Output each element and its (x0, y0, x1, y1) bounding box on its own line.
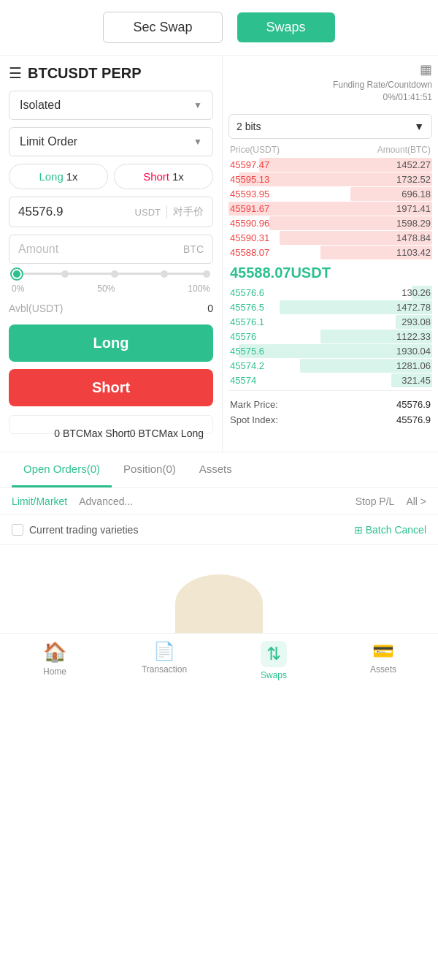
bid-row[interactable]: 45576.5 1472.78 (228, 300, 432, 314)
max-short-value: 0 BTC (54, 425, 83, 443)
ask-row[interactable]: 45591.67 1971.41 (228, 202, 432, 216)
tab-open-orders[interactable]: Open Orders(0) (12, 452, 112, 487)
nav-home[interactable]: 🏠 Home (0, 641, 110, 680)
batch-cancel-icon: ⊞ (354, 524, 363, 536)
filter-limit-market[interactable]: Limit/Market (12, 495, 67, 507)
checkbox-row: Current trading varieties ⊞ Batch Cancel (0, 515, 438, 545)
order-type-dropdown[interactable]: Limit Order ▼ (9, 127, 213, 156)
margin-mode-arrow-icon: ▼ (193, 100, 202, 110)
bid-amount: 1281.06 (396, 360, 431, 371)
filter-stop-pl[interactable]: Stop P/L (356, 495, 395, 507)
margin-mode-dropdown[interactable]: Isolated ▼ (9, 91, 213, 120)
asks-list: 45597.47 1452.27 45595.13 1732.52 45593.… (228, 158, 432, 259)
bids-list: 45576.6 130.26 45576.5 1472.78 45576.1 2… (228, 286, 432, 387)
funding-rate-info: Funding Rate/Countdown 0%/01:41:51 (333, 79, 432, 104)
ask-price: 45597.47 (230, 159, 269, 170)
bid-amount: 321.45 (402, 375, 431, 386)
long-button[interactable]: Long (9, 324, 213, 362)
home-icon: 🏠 (43, 641, 66, 664)
funding-rate-value: 0%/01:41:51 (333, 91, 432, 104)
main-area: ☰ BTCUSDT PERP Isolated ▼ Limit Order ▼ … (0, 56, 438, 452)
nav-transaction[interactable]: 📄 Transaction (110, 641, 219, 680)
filter-row: Limit/Market Advanced... Stop P/L All > (0, 488, 438, 515)
ask-price: 45590.31 (230, 232, 269, 243)
bits-dropdown[interactable]: 2 bits ▼ (228, 114, 432, 139)
long-leverage-button[interactable]: Long 1x (9, 164, 108, 189)
bid-price: 45576 (230, 331, 256, 342)
bid-row[interactable]: 45576.1 293.08 (228, 315, 432, 329)
ask-amount: 1103.42 (396, 247, 431, 258)
leverage-row: Long 1x Short 1x (9, 164, 213, 189)
bid-row[interactable]: 45576.6 130.26 (228, 286, 432, 300)
bid-row[interactable]: 45574 321.45 (228, 373, 432, 387)
bid-row[interactable]: 45576 1122.33 (228, 330, 432, 343)
checkbox-label: Current trading varieties (29, 524, 138, 536)
price-unit-label: USDT (135, 207, 161, 218)
batch-cancel-button[interactable]: ⊞ Batch Cancel (354, 524, 426, 536)
filter-all[interactable]: All > (406, 495, 426, 507)
slider-handle[interactable] (12, 269, 22, 279)
nav-assets[interactable]: 💳 Assets (328, 641, 438, 680)
bid-row[interactable]: 45575.6 1930.04 (228, 344, 432, 358)
tab-position[interactable]: Position(0) (112, 452, 188, 487)
bits-arrow-icon: ▼ (414, 121, 424, 132)
ask-row[interactable]: 45588.07 1103.42 (228, 246, 432, 259)
amount-unit-label: BTC (183, 243, 204, 255)
short-ix-label: Short (143, 170, 169, 183)
tab-assets[interactable]: Assets (188, 452, 244, 487)
current-trading-checkbox[interactable] (12, 524, 23, 536)
max-long-label: Max Long (159, 425, 204, 443)
slider-100pct: 100% (188, 284, 210, 294)
bid-price: 45576.1 (230, 316, 264, 327)
bits-label: 2 bits (237, 121, 261, 132)
bid-price: 45575.6 (230, 346, 264, 357)
spot-index-label: Spot Index: (230, 414, 278, 425)
avbl-value: 0 (207, 303, 213, 314)
ask-amount: 1452.27 (396, 159, 431, 170)
short-leverage-value: 1x (172, 170, 184, 183)
bottom-navigation: 🏠 Home 📄 Transaction ⇅ Swaps 💳 Assets (0, 633, 438, 685)
spot-index-value: 45576.9 (396, 414, 431, 425)
amount-col-header: Amount(BTC) (377, 145, 431, 155)
ask-amount: 1732.52 (396, 174, 431, 185)
orderbook-header: Price(USDT) Amount(BTC) (228, 145, 432, 155)
ask-amount: 1598.29 (396, 218, 431, 229)
bid-row[interactable]: 45574.2 1281.06 (228, 359, 432, 373)
filter-advanced[interactable]: Advanced... (79, 495, 133, 507)
mark-price-row: Mark Price: 45576.9 (228, 397, 432, 412)
short-leverage-button[interactable]: Short 1x (114, 164, 213, 189)
bid-amount: 1122.33 (396, 331, 431, 342)
bid-price: 45574 (230, 375, 256, 386)
mark-spot-section: Mark Price: 45576.9 Spot Index: 45576.9 (228, 390, 432, 428)
mark-price-value: 45576.9 (396, 399, 431, 410)
sec-swap-button[interactable]: Sec Swap (103, 12, 222, 43)
ask-price: 45593.95 (230, 189, 269, 200)
ask-amount: 696.18 (402, 189, 431, 200)
slider-track[interactable] (12, 273, 210, 275)
ask-row[interactable]: 45590.31 1478.84 (228, 231, 432, 245)
short-button[interactable]: Short (9, 369, 213, 406)
bid-amount: 130.26 (402, 287, 431, 298)
menu-icon[interactable]: ☰ (9, 64, 22, 82)
price-input-row: 45576.9 USDT 对手价 (9, 197, 213, 227)
right-panel: ▦ Funding Rate/Countdown 0%/01:41:51 2 b… (223, 56, 438, 452)
top-navigation: Sec Swap Swaps (0, 0, 438, 56)
max-long-value: 0 BTC (130, 425, 159, 443)
price-input[interactable]: 45576.9 (18, 205, 129, 219)
nav-home-label: Home (43, 666, 66, 677)
bottom-tabs-section: Open Orders(0) Position(0) Assets (0, 452, 438, 488)
ask-row[interactable]: 45593.95 696.18 (228, 187, 432, 201)
ask-row[interactable]: 45595.13 1732.52 (228, 172, 432, 186)
slider-0pct: 0% (12, 284, 24, 294)
avbl-row: Avbl(USDT) 0 (9, 303, 213, 314)
nav-swaps[interactable]: ⇅ Swaps (219, 641, 328, 680)
ask-price: 45588.07 (230, 247, 269, 258)
ask-row[interactable]: 45597.47 1452.27 (228, 158, 432, 172)
ask-row[interactable]: 45590.96 1598.29 (228, 216, 432, 230)
bid-price: 45576.6 (230, 287, 264, 298)
slider-ticks: 0% 50% 100% (12, 284, 210, 294)
bid-amount: 1930.04 (396, 346, 431, 357)
amount-input[interactable]: Amount (18, 243, 183, 256)
layout-icon[interactable]: ▦ (420, 61, 432, 77)
swaps-button[interactable]: Swaps (237, 12, 335, 42)
